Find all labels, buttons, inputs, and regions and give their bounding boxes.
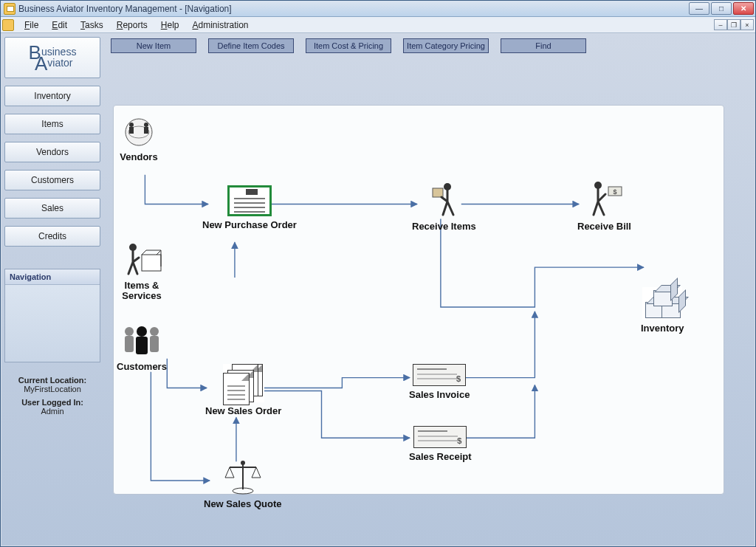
define-item-codes-button[interactable]: Define Item Codes <box>208 38 294 53</box>
sidebar-credits-button[interactable]: Credits <box>4 226 100 247</box>
invoice-icon <box>413 364 466 386</box>
find-button[interactable]: Find <box>501 38 586 53</box>
new-sales-quote-node[interactable]: New Sales Quote <box>204 460 281 509</box>
svg-point-12 <box>125 327 134 336</box>
sidebar-vendors-button[interactable]: Vendors <box>4 142 100 162</box>
mdi-restore-button[interactable]: ❐ <box>727 19 740 30</box>
svg-point-14 <box>150 327 159 336</box>
people-group-icon <box>117 324 166 358</box>
svg-rect-17 <box>136 337 148 354</box>
carry-money-icon: $ <box>583 179 626 218</box>
window-buttons: — □ ✕ <box>689 2 755 15</box>
scale-icon <box>222 460 264 495</box>
content-area: Business Aviator Inventory Items Vendors… <box>1 34 755 546</box>
sales-invoice-node[interactable]: Sales Invoice <box>409 364 470 400</box>
navigation-panel: Navigation <box>4 269 100 362</box>
app-window: Business Aviator Inventory Management - … <box>0 0 756 547</box>
menu-tasks[interactable]: Tasks <box>75 18 109 32</box>
documents-icon <box>223 364 264 402</box>
toolbar: New Item Define Item Codes Item Cost & P… <box>111 38 749 56</box>
svg-point-16 <box>137 326 147 337</box>
globe-people-icon <box>120 116 158 148</box>
menu-file[interactable]: File <box>18 18 44 32</box>
menu-administration[interactable]: Administration <box>186 18 254 32</box>
logo-text: Business Aviator <box>29 47 77 69</box>
svg-rect-11 <box>142 255 161 271</box>
navigation-panel-title: Navigation <box>5 269 100 285</box>
svg-point-1 <box>129 123 134 127</box>
sales-receipt-node[interactable]: Sales Receipt <box>409 426 472 462</box>
sidebar-inventory-button[interactable]: Inventory <box>4 86 100 106</box>
sidebar-sales-button[interactable]: Sales <box>4 198 100 219</box>
new-sales-order-label: New Sales Order <box>205 406 281 416</box>
receive-bill-label: Receive Bill <box>577 221 631 232</box>
mdi-minimize-button[interactable]: – <box>714 19 727 30</box>
status-block: Current Location: MyFirstLocation <box>4 376 100 393</box>
mdi-close-button[interactable]: × <box>740 19 754 30</box>
current-location-label: Current Location: <box>4 376 100 385</box>
close-button[interactable]: ✕ <box>733 2 754 15</box>
svg-rect-4 <box>144 127 148 134</box>
new-purchase-order-node[interactable]: New Purchase Order <box>202 185 297 230</box>
receive-bill-node[interactable]: $ Receive Bill <box>577 179 631 232</box>
menu-reports[interactable]: Reports <box>111 18 154 32</box>
menubar-icon <box>2 19 14 31</box>
person-box-icon <box>120 241 164 277</box>
new-item-button[interactable]: New Item <box>111 38 196 53</box>
sidebar-items-button[interactable]: Items <box>4 114 100 134</box>
status-block-user: User Logged In: Admin <box>4 398 100 416</box>
new-sales-quote-label: New Sales Quote <box>204 499 281 509</box>
menu-help[interactable]: Help <box>155 18 185 32</box>
logo: Business Aviator <box>4 37 100 78</box>
carry-box-icon <box>425 181 462 218</box>
new-purchase-order-label: New Purchase Order <box>202 220 297 230</box>
titlebar: Business Aviator Inventory Management - … <box>1 1 755 17</box>
flow-canvas: Vendors New Purchase Order Receive Items <box>113 105 724 495</box>
receipt-icon <box>413 426 467 448</box>
navigation-panel-body <box>5 285 100 362</box>
svg-rect-6 <box>433 188 443 197</box>
svg-point-21 <box>241 461 245 465</box>
inventory-node[interactable]: Inventory <box>641 287 684 334</box>
items-services-label-1: Items & <box>120 281 164 291</box>
item-cost-pricing-button[interactable]: Item Cost & Pricing <box>306 38 391 53</box>
inventory-label: Inventory <box>641 323 684 334</box>
current-location-value: MyFirstLocation <box>24 385 81 393</box>
vendors-label: Vendors <box>120 152 158 162</box>
svg-rect-2 <box>129 127 134 134</box>
minimize-button[interactable]: — <box>689 2 709 15</box>
customers-label: Customers <box>117 362 167 372</box>
svg-point-3 <box>144 123 148 127</box>
customers-node[interactable]: Customers <box>117 324 167 372</box>
sales-invoice-label: Sales Invoice <box>409 390 470 400</box>
vendors-node[interactable]: Vendors <box>120 116 158 162</box>
items-services-node[interactable]: Items & Services <box>120 241 164 301</box>
item-category-pricing-button[interactable]: Item Category Pricing <box>403 38 489 53</box>
svg-rect-15 <box>150 336 159 352</box>
app-icon <box>4 3 16 15</box>
purchase-order-icon <box>227 185 272 216</box>
sales-receipt-label: Sales Receipt <box>409 452 472 462</box>
mdi-buttons: – ❐ × <box>714 19 755 30</box>
menubar: File Edit Tasks Reports Help Administrat… <box>1 17 755 33</box>
window-title: Business Aviator Inventory Management - … <box>18 4 689 14</box>
sidebar-customers-button[interactable]: Customers <box>4 170 100 190</box>
svg-text:$: $ <box>613 188 616 196</box>
menu-edit[interactable]: Edit <box>46 18 73 32</box>
boxes-icon <box>642 287 682 320</box>
user-logged-in-label: User Logged In: <box>4 398 100 407</box>
receive-items-node[interactable]: Receive Items <box>412 181 476 232</box>
user-logged-in-value: Admin <box>41 407 63 416</box>
receive-items-label: Receive Items <box>412 221 476 232</box>
sidebar: Business Aviator Inventory Items Vendors… <box>4 37 100 543</box>
svg-rect-13 <box>125 336 134 352</box>
items-services-label-2: Services <box>120 291 164 301</box>
new-sales-order-node[interactable]: New Sales Order <box>205 364 281 416</box>
maximize-button[interactable]: □ <box>711 2 732 15</box>
